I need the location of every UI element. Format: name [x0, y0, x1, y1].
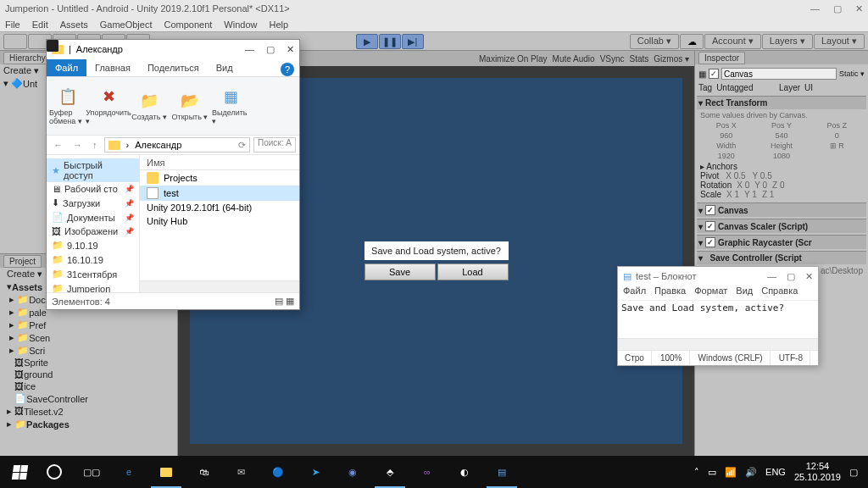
menu-gameobject[interactable]: GameObject — [100, 17, 153, 31]
tab-share[interactable]: Поделиться — [139, 59, 208, 76]
canvas-comp[interactable]: Canvas — [718, 206, 748, 215]
project-item[interactable]: Scen — [29, 333, 50, 343]
inspector-tab[interactable]: Inspector — [698, 52, 745, 64]
project-item[interactable]: Pref — [29, 320, 46, 330]
project-create[interactable]: Create ▾ — [7, 269, 42, 280]
app-unity[interactable]: ⬘ — [371, 456, 409, 488]
cloud-icon[interactable]: ☁ — [680, 34, 704, 49]
menu-component[interactable]: Component — [164, 17, 212, 31]
project-item[interactable]: pale — [29, 308, 47, 318]
file-item[interactable]: Unity 2019.2.10f1 (64-bit) — [140, 201, 299, 214]
anchors[interactable]: Anchors — [706, 162, 737, 171]
app-discord[interactable]: ◉ — [334, 456, 371, 488]
vsync[interactable]: VSync — [600, 54, 625, 64]
rect-transform-title[interactable]: Rect Transform — [705, 98, 767, 108]
tab-view[interactable]: Вид — [208, 59, 242, 76]
close-icon[interactable]: ✕ — [287, 44, 294, 55]
project-tab[interactable]: Project — [3, 255, 42, 268]
tag-dropdown[interactable]: Untagged — [715, 83, 776, 92]
sidebar-item[interactable]: 📁31сентября — [47, 267, 139, 281]
close-icon[interactable]: ✕ — [805, 271, 813, 282]
forward-icon[interactable]: → — [70, 140, 86, 150]
file-item[interactable]: test — [140, 186, 299, 201]
sidebar-item[interactable]: 📄Документы📌 — [47, 210, 139, 225]
mute-audio[interactable]: Mute Audio — [553, 54, 595, 64]
menu-file[interactable]: File — [5, 17, 20, 31]
back-icon[interactable]: ← — [50, 140, 66, 150]
ribbon-button[interactable]: 📋Буфер обмена ▾ — [48, 80, 87, 131]
menu-assets[interactable]: Assets — [60, 17, 88, 31]
packages-folder[interactable]: Packages — [26, 419, 70, 430]
load-button[interactable]: Load — [437, 263, 509, 280]
menu-file[interactable]: Файл — [623, 286, 646, 300]
hierarchy-create[interactable]: Create ▾ — [3, 65, 39, 76]
search-icon[interactable] — [36, 456, 73, 488]
app-explorer[interactable] — [147, 456, 185, 488]
app-chrome[interactable]: 🔵 — [259, 456, 297, 488]
app-store[interactable]: 🛍 — [185, 456, 222, 488]
sidebar-item[interactable]: 🖥Рабочий сто📌 — [47, 182, 139, 196]
raycaster-comp[interactable]: Graphic Raycaster (Scr — [718, 238, 812, 247]
view-icons[interactable]: ▤ ▦ — [275, 296, 294, 307]
hand-tool[interactable] — [3, 34, 27, 49]
ribbon-button[interactable]: ▦Выделить ▾ — [211, 80, 250, 131]
notepad-titlebar[interactable]: ▤test – Блокнот —▢✕ — [618, 267, 818, 286]
file-item[interactable]: Unity Hub — [140, 214, 299, 228]
sidebar-item[interactable]: ★Быстрый доступ — [47, 158, 139, 182]
app-visualstudio[interactable]: ∞ — [409, 456, 446, 488]
help-icon[interactable]: ? — [281, 63, 294, 76]
maximize-icon[interactable]: ▢ — [266, 44, 275, 55]
volume-icon[interactable]: 🔊 — [745, 467, 757, 478]
battery-icon[interactable]: ▭ — [708, 467, 716, 478]
scrollbar[interactable] — [618, 338, 818, 350]
hierarchy-tab[interactable]: Hierarchy — [3, 52, 52, 64]
language-indicator[interactable]: ENG — [765, 467, 786, 477]
minimize-icon[interactable]: — — [810, 3, 820, 14]
active-checkbox[interactable]: ✓ — [709, 69, 719, 79]
minimize-icon[interactable]: — — [245, 44, 254, 55]
wifi-icon[interactable]: 📶 — [725, 467, 737, 478]
maximize-on-play[interactable]: Maximize On Play — [479, 54, 548, 64]
hierarchy-scene[interactable]: Unt — [23, 79, 37, 89]
collab-dropdown[interactable]: Collab ▾ — [630, 34, 679, 49]
sidebar-item[interactable]: 📁16.10.19 — [47, 252, 139, 267]
object-name-field[interactable] — [721, 68, 837, 80]
app-github[interactable]: ◐ — [446, 456, 483, 488]
menu-window[interactable]: Window — [224, 17, 257, 31]
explorer-titlebar[interactable]: |Александр — ▢ ✕ — [47, 40, 299, 58]
gizmos[interactable]: Gizmos ▾ — [654, 54, 689, 64]
layers-dropdown[interactable]: Layers ▾ — [762, 34, 813, 49]
step-button[interactable]: ▶| — [402, 34, 424, 49]
account-dropdown[interactable]: Account ▾ — [704, 34, 761, 49]
sidebar-item[interactable]: 📁9.10.19 — [47, 238, 139, 252]
app-mail[interactable]: ✉ — [222, 456, 259, 488]
layout-dropdown[interactable]: Layout ▾ — [814, 34, 865, 49]
text-area[interactable]: Save and Load system, active? — [618, 301, 818, 338]
menu-help[interactable]: Справка — [761, 286, 798, 300]
app-edge[interactable]: e — [110, 456, 147, 488]
menu-edit[interactable]: Edit — [32, 17, 48, 31]
tray-chevron-icon[interactable]: ˄ — [694, 467, 699, 478]
layer-dropdown[interactable]: UI — [803, 83, 865, 92]
search-input[interactable]: Поиск: А — [253, 137, 296, 152]
clock[interactable]: 12:5425.10.2019 — [794, 461, 841, 483]
play-button[interactable]: ▶ — [356, 34, 378, 49]
minimize-icon[interactable]: — — [767, 271, 776, 282]
save-button[interactable]: Save — [364, 263, 436, 280]
stats[interactable]: Stats — [630, 54, 649, 64]
sidebar-item[interactable]: ⬇Загрузки📌 — [47, 196, 139, 210]
tab-file[interactable]: Файл — [47, 59, 86, 76]
menu-edit[interactable]: Правка — [654, 286, 686, 300]
canvas-scaler-comp[interactable]: Canvas Scaler (Script) — [718, 222, 808, 231]
menu-help[interactable]: Help — [269, 17, 288, 31]
app-telegram[interactable]: ➤ — [297, 456, 334, 488]
project-item[interactable]: Scri — [29, 346, 45, 356]
project-item[interactable]: ice — [24, 381, 36, 391]
ribbon-button[interactable]: ✖Упорядочить ▾ — [89, 80, 128, 131]
menu-format[interactable]: Формат — [694, 286, 727, 300]
app-notepad[interactable]: ▤ — [483, 456, 520, 488]
save-controller-comp[interactable]: Save Controller (Script — [710, 253, 802, 263]
project-item[interactable]: SaveController — [26, 394, 88, 404]
taskview-icon[interactable]: ▢▢ — [73, 456, 110, 488]
file-item[interactable]: Projects — [140, 170, 299, 186]
